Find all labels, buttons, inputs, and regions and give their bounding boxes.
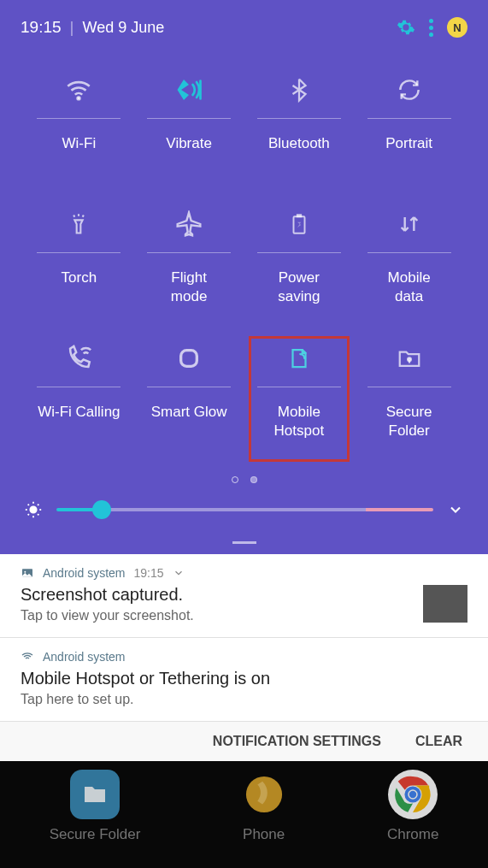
tile-torch[interactable]: Torch bbox=[24, 198, 134, 332]
app-icon bbox=[21, 650, 34, 664]
chrome-app-icon bbox=[388, 770, 438, 819]
battery-icon bbox=[288, 206, 310, 242]
tile-label: SecureFolder bbox=[386, 403, 432, 440]
bluetooth-icon bbox=[286, 72, 312, 108]
hotspot-icon bbox=[286, 340, 312, 376]
tile-label: Smart Glow bbox=[151, 403, 227, 440]
svg-point-12 bbox=[409, 791, 416, 798]
status-date: Wed 9 June bbox=[82, 19, 164, 37]
wificall-icon bbox=[64, 340, 93, 376]
folder-icon bbox=[395, 340, 424, 376]
divider bbox=[147, 118, 231, 119]
tile-label: Portrait bbox=[385, 134, 432, 172]
svg-point-4 bbox=[30, 507, 36, 513]
wifi-icon bbox=[64, 72, 93, 108]
chevron-down-icon[interactable] bbox=[173, 567, 185, 579]
page-indicator bbox=[0, 466, 488, 500]
divider bbox=[367, 118, 451, 119]
tile-vibrate[interactable]: Vibrate bbox=[134, 63, 244, 198]
arrows-icon bbox=[396, 206, 423, 242]
tile-glow[interactable]: Smart Glow bbox=[134, 332, 244, 466]
notif-subtitle: Tap here to set up. bbox=[21, 692, 467, 707]
app-icon bbox=[21, 566, 34, 580]
tile-label: Flightmode bbox=[171, 269, 208, 306]
divider bbox=[37, 387, 121, 387]
tile-arrows[interactable]: Mobiledata bbox=[354, 198, 464, 332]
divider bbox=[257, 387, 341, 387]
panel-handle[interactable] bbox=[0, 534, 488, 554]
svg-point-0 bbox=[78, 97, 80, 100]
divider bbox=[147, 252, 231, 253]
tile-rotate[interactable]: Portrait bbox=[354, 63, 464, 198]
tile-hotspot[interactable]: MobileHotspot bbox=[244, 332, 355, 466]
dot bbox=[232, 476, 238, 483]
divider bbox=[367, 252, 451, 253]
tile-label: Wi-Fi bbox=[62, 134, 97, 172]
torch-icon bbox=[67, 206, 91, 242]
notif-title: Mobile Hotspot or Tethering is on bbox=[21, 669, 467, 688]
glow-icon bbox=[175, 340, 203, 376]
tile-label: Bluetooth bbox=[268, 134, 330, 172]
tile-label: Powersaving bbox=[278, 269, 320, 306]
notification-settings-button[interactable]: NOTIFICATION SETTINGS bbox=[213, 734, 381, 749]
divider bbox=[257, 118, 341, 119]
svg-point-3 bbox=[408, 358, 411, 362]
divider bbox=[257, 252, 341, 253]
avatar[interactable]: N bbox=[447, 17, 467, 38]
divider bbox=[147, 387, 231, 387]
tile-label: Wi-Fi Calling bbox=[38, 403, 120, 440]
tile-label: Mobiledata bbox=[388, 269, 431, 306]
tile-wificall[interactable]: Wi-Fi Calling bbox=[24, 332, 134, 466]
brightness-icon bbox=[24, 500, 43, 519]
notif-subtitle: Tap to view your screenshot. bbox=[21, 608, 467, 623]
tile-bluetooth[interactable]: Bluetooth bbox=[244, 63, 355, 198]
dot bbox=[250, 476, 257, 483]
clear-button[interactable]: CLEAR bbox=[415, 734, 462, 749]
notif-time: 19:15 bbox=[133, 566, 163, 580]
vibrate-icon bbox=[173, 72, 204, 108]
divider bbox=[37, 252, 121, 253]
home-app[interactable]: Secure Folder bbox=[50, 770, 141, 843]
tile-folder[interactable]: SecureFolder bbox=[354, 332, 464, 466]
divider bbox=[37, 118, 121, 119]
menu-icon[interactable] bbox=[429, 19, 433, 37]
rotate-icon bbox=[396, 72, 423, 108]
svg-rect-2 bbox=[181, 351, 197, 367]
tile-label: Torch bbox=[62, 269, 97, 306]
notif-title: Screenshot captured. bbox=[21, 585, 467, 605]
chevron-down-icon[interactable] bbox=[447, 501, 464, 518]
tile-battery[interactable]: Powersaving bbox=[244, 198, 355, 332]
notif-app: Android system bbox=[43, 566, 125, 580]
status-time: 19:15 bbox=[21, 18, 62, 37]
brightness-slider[interactable] bbox=[56, 508, 433, 511]
tile-label: Vibrate bbox=[166, 134, 212, 172]
status-divider: | bbox=[70, 18, 74, 37]
notification[interactable]: Android system19:15 Screenshot captured.… bbox=[0, 554, 488, 638]
tile-label: MobileHotspot bbox=[274, 403, 325, 440]
slider-thumb[interactable] bbox=[92, 500, 111, 519]
screenshot-thumbnail bbox=[423, 585, 467, 623]
app-label: Phone bbox=[243, 826, 285, 843]
notification[interactable]: Android system Mobile Hotspot or Tetheri… bbox=[0, 638, 488, 722]
notif-app: Android system bbox=[43, 650, 125, 664]
divider bbox=[367, 387, 451, 387]
gear-icon[interactable] bbox=[397, 18, 415, 37]
svg-point-6 bbox=[24, 571, 26, 573]
tile-airplane[interactable]: Flightmode bbox=[134, 198, 244, 332]
home-app[interactable]: Chrome bbox=[387, 770, 438, 843]
airplane-icon bbox=[175, 206, 203, 242]
app-label: Secure Folder bbox=[50, 826, 141, 843]
app-label: Chrome bbox=[387, 826, 438, 843]
tile-wifi[interactable]: Wi-Fi bbox=[24, 63, 134, 198]
home-app[interactable]: Phone bbox=[239, 770, 289, 843]
secure-folder-app-icon bbox=[70, 770, 120, 819]
phone-app-icon bbox=[239, 770, 289, 819]
